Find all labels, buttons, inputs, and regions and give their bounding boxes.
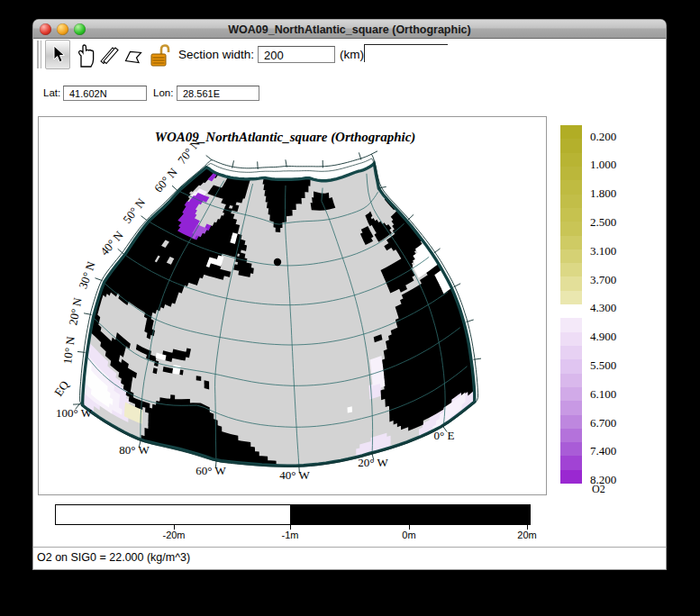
svg-text:80° W: 80° W: [119, 443, 150, 457]
svg-text:60° W: 60° W: [195, 464, 226, 477]
svg-text:70° N: 70° N: [175, 136, 203, 167]
svg-text:20° N: 20° N: [66, 296, 85, 327]
svg-text:50° N: 50° N: [120, 195, 148, 226]
svg-text:10° N: 10° N: [60, 335, 77, 365]
svg-text:60° N: 60° N: [151, 165, 180, 195]
svg-text:EQ: EQ: [51, 378, 72, 399]
svg-text:100° W: 100° W: [56, 406, 93, 420]
svg-text:30° N: 30° N: [76, 259, 98, 291]
svg-text:20° W: 20° W: [358, 456, 388, 469]
svg-text:0° E: 0° E: [434, 429, 455, 442]
svg-text:40° W: 40° W: [279, 468, 310, 482]
